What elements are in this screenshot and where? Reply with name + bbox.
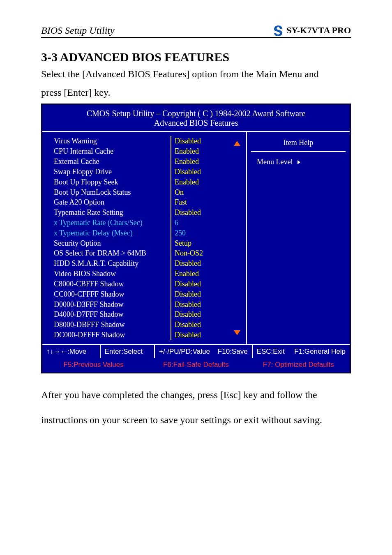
bios-option-value[interactable]: Fast	[175, 197, 232, 207]
bios-option-value[interactable]: Disabled	[175, 299, 232, 310]
bios-option-label[interactable]: Video BIOS Shadow	[54, 269, 146, 279]
header-left: BIOS Setup Utility	[41, 25, 115, 36]
bios-title: CMOS Setup Utility – Copyright ( C ) 198…	[42, 105, 350, 132]
section-heading: 3-3 ADVANCED BIOS FEATURES	[41, 50, 351, 64]
menu-level-label: Menu Level	[257, 158, 293, 166]
bios-help-pane: Item Help Menu Level	[247, 132, 350, 344]
bios-option-label[interactable]: CC000-CFFFF Shadow	[54, 289, 146, 299]
bios-option-value[interactable]: 6	[175, 218, 232, 228]
bios-footer: ↑↓→←:Move Enter:Select +/-/PU/PD:Value F…	[42, 344, 350, 372]
bios-option-value[interactable]: Disabled	[175, 309, 232, 320]
bios-option-value[interactable]: Disabled	[175, 320, 232, 330]
page-header: BIOS Setup Utility SY-K7VTA PRO	[41, 25, 351, 38]
scroll-down-icon[interactable]	[234, 330, 240, 335]
foot-optimized: F7: Optimized Defaults	[247, 361, 350, 369]
foot-save: F10:Save	[218, 348, 248, 355]
foot-exit: ESC:Exit	[257, 348, 285, 355]
scroll-up-icon[interactable]	[234, 141, 240, 146]
bios-option-value[interactable]: Disabled	[175, 207, 232, 218]
bios-option-label[interactable]: Virus Warning	[54, 136, 146, 146]
bios-option-label[interactable]: Boot Up Floppy Seek	[54, 177, 146, 187]
foot-help: F1:General Help	[294, 348, 346, 355]
bios-title-line1: CMOS Setup Utility – Copyright ( C ) 198…	[46, 109, 346, 118]
header-right: SY-K7VTA PRO	[272, 25, 351, 36]
bios-option-value[interactable]: Disabled	[175, 289, 232, 299]
bios-option-label[interactable]: x Typematic Delay (Msec)	[54, 228, 146, 238]
bios-option-value[interactable]: Disabled	[175, 258, 232, 269]
bios-option-value[interactable]: Disabled	[175, 279, 232, 289]
intro-line2: press [Enter] key.	[41, 85, 351, 100]
bios-option-value[interactable]: Disabled	[175, 136, 232, 146]
bios-option-label[interactable]: Security Option	[54, 238, 146, 249]
bios-option-value[interactable]: Setup	[175, 238, 232, 249]
after-line2: instructions on your screen to save your…	[41, 412, 351, 428]
bios-option-value[interactable]: 250	[175, 228, 232, 238]
item-help-title: Item Help	[251, 136, 346, 152]
bios-setup-box: CMOS Setup Utility – Copyright ( C ) 198…	[41, 104, 351, 373]
bios-option-label[interactable]: C8000-CBFFF Shadow	[54, 279, 146, 289]
bios-options-pane: Virus WarningCPU Internal CacheExternal …	[42, 132, 247, 344]
foot-exit-help: ESC:Exit F1:General Help	[253, 345, 350, 358]
bios-option-label[interactable]: Swap Floppy Drive	[54, 167, 146, 177]
bios-option-label[interactable]: OS Select For DRAM > 64MB	[54, 248, 146, 258]
bios-title-line2: Advanced BIOS Features	[46, 118, 346, 128]
scrollbar[interactable]	[232, 136, 243, 340]
bios-option-label[interactable]: HDD S.M.A.R.T. Capability	[54, 258, 146, 269]
bios-option-label[interactable]: Typematic Rate Setting	[54, 207, 146, 218]
foot-previous: F5:Previous Values	[42, 361, 145, 369]
bios-option-value[interactable]: Disabled	[175, 330, 232, 340]
bios-labels-col: Virus WarningCPU Internal CacheExternal …	[42, 136, 146, 340]
bios-option-value[interactable]: Enabled	[175, 146, 232, 157]
bios-option-value[interactable]: Enabled	[175, 157, 232, 167]
bios-option-label[interactable]: D4000-D7FFF Shadow	[54, 309, 146, 320]
bios-option-label[interactable]: Boot Up NumLock Status	[54, 187, 146, 198]
foot-move: ↑↓→←:Move	[42, 345, 101, 358]
intro-line1: Select the [Advanced BIOS Features] opti…	[41, 67, 351, 82]
bios-option-value[interactable]: Enabled	[175, 177, 232, 187]
bios-option-label[interactable]: D8000-DBFFF Shadow	[54, 320, 146, 330]
menu-level: Menu Level	[251, 158, 346, 166]
bios-option-label[interactable]: Gate A20 Option	[54, 197, 146, 207]
header-model: SY-K7VTA PRO	[286, 25, 351, 36]
foot-failsafe: F6:Fail-Safe Defaults	[145, 361, 247, 369]
bios-option-value[interactable]: Non-OS2	[175, 248, 232, 258]
bios-option-value[interactable]: Disabled	[175, 167, 232, 177]
bios-option-label[interactable]: D0000-D3FFF Shadow	[54, 299, 146, 310]
foot-value: +/-/PU/PD:Value	[159, 348, 210, 355]
bios-values-col: DisabledEnabledEnabledDisabledEnabledOnF…	[171, 136, 232, 340]
foot-select: Enter:Select	[101, 345, 155, 358]
bios-option-label[interactable]: x Typematic Rate (Chars/Sec)	[54, 218, 146, 228]
after-line1: After you have completed the changes, pr…	[41, 387, 351, 403]
bios-option-label[interactable]: External Cache	[54, 157, 146, 167]
bios-option-label[interactable]: CPU Internal Cache	[54, 146, 146, 157]
menu-level-arrow-icon	[297, 160, 300, 164]
brand-logo-icon	[272, 25, 284, 36]
bios-option-value[interactable]: On	[175, 187, 232, 198]
bios-option-value[interactable]: Enabled	[175, 269, 232, 279]
bios-option-label[interactable]: DC000-DFFFF Shadow	[54, 330, 146, 340]
foot-value-save: +/-/PU/PD:Value F10:Save	[155, 345, 253, 358]
